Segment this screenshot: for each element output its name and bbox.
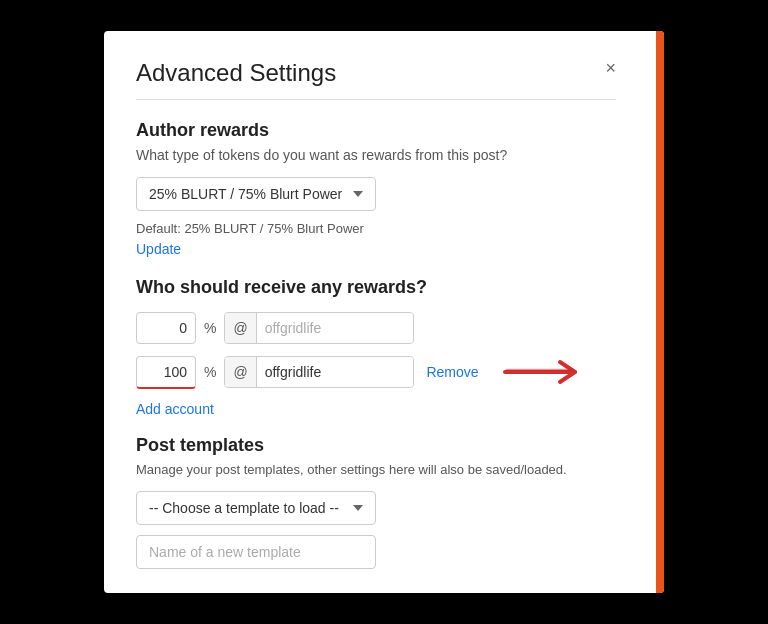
- reward-type-select[interactable]: 25% BLURT / 75% Blurt Power 100% Blurt P…: [136, 177, 376, 211]
- percent-symbol-1: %: [204, 320, 216, 336]
- update-link[interactable]: Update: [136, 241, 181, 257]
- orange-bar: [656, 31, 664, 593]
- username-input-1[interactable]: [257, 313, 414, 343]
- username-input-2[interactable]: [257, 357, 414, 387]
- author-rewards-section: Author rewards What type of tokens do yo…: [136, 120, 616, 277]
- at-input-wrapper-1: @: [224, 312, 414, 344]
- post-templates-section: Post templates Manage your post template…: [136, 435, 616, 569]
- beneficiary-row-1: % @: [136, 312, 616, 344]
- beneficiaries-section: Who should receive any rewards? % @ % @ …: [136, 277, 616, 435]
- at-symbol-2: @: [225, 357, 256, 387]
- post-templates-desc: Manage your post templates, other settin…: [136, 462, 616, 477]
- beneficiary-row-2: % @ Remove: [136, 354, 616, 390]
- new-template-input[interactable]: [136, 535, 376, 569]
- percent-input-1[interactable]: [136, 312, 196, 344]
- modal-header: Advanced Settings ×: [136, 59, 616, 87]
- author-rewards-desc: What type of tokens do you want as rewar…: [136, 147, 616, 163]
- post-templates-title: Post templates: [136, 435, 616, 456]
- beneficiaries-title: Who should receive any rewards?: [136, 277, 616, 298]
- header-divider: [136, 99, 616, 100]
- modal-title: Advanced Settings: [136, 59, 336, 87]
- red-arrow-indicator: [495, 354, 585, 390]
- close-button[interactable]: ×: [605, 59, 616, 77]
- at-symbol-1: @: [225, 313, 256, 343]
- percent-symbol-2: %: [204, 364, 216, 380]
- percent-input-2[interactable]: [136, 356, 196, 389]
- add-account-link[interactable]: Add account: [136, 401, 214, 417]
- author-rewards-title: Author rewards: [136, 120, 616, 141]
- at-input-wrapper-2: @: [224, 356, 414, 388]
- template-load-select[interactable]: -- Choose a template to load --: [136, 491, 376, 525]
- remove-button[interactable]: Remove: [422, 364, 482, 380]
- advanced-settings-modal: Advanced Settings × Author rewards What …: [104, 31, 664, 593]
- default-reward-text: Default: 25% BLURT / 75% Blurt Power: [136, 221, 616, 236]
